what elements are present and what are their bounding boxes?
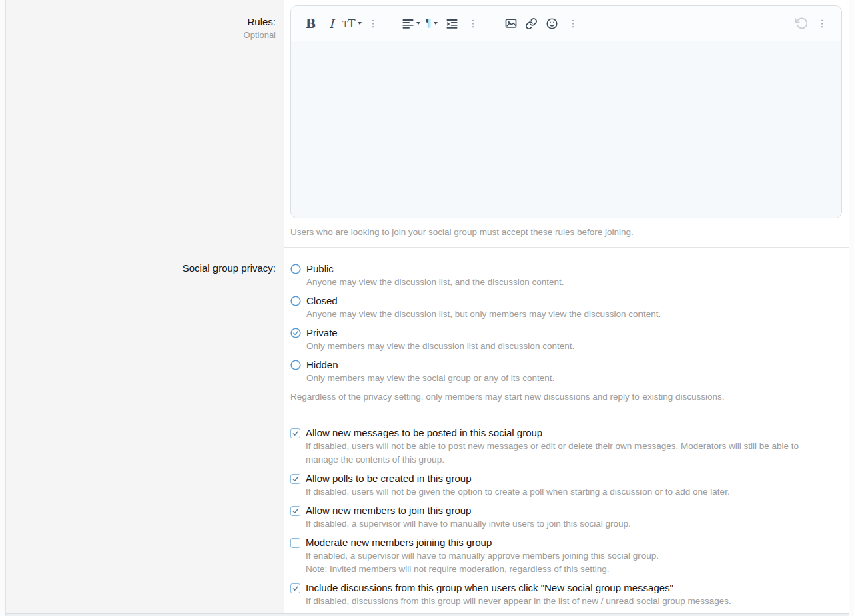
link-icon (525, 17, 538, 30)
checkbox-label: Moderate new members joining this group (306, 536, 659, 549)
checkbox-description: If disabled, users will not be given the… (306, 485, 730, 499)
choice-text: Allow new members to join this group If … (306, 504, 631, 531)
privacy-option-hidden[interactable]: Hidden Only members may view the social … (290, 358, 835, 385)
checkbox-label: Allow new messages to be posted in this … (306, 426, 829, 440)
checkbox-moderate-new-members[interactable]: Moderate new members joining this group … (290, 536, 835, 576)
choice-text: Private Only members may view the discus… (306, 326, 574, 353)
italic-button[interactable]: I (321, 11, 342, 35)
rules-input-cell: B I TT (284, 0, 849, 248)
privacy-input-cell: Public Anyone may view the discussion li… (284, 248, 849, 613)
checkbox-checked-icon (290, 428, 300, 438)
indent-button[interactable] (442, 11, 462, 35)
indent-icon (446, 17, 458, 30)
checkbox-allow-new-members[interactable]: Allow new members to join this group If … (290, 504, 835, 531)
font-size-button[interactable]: TT (342, 11, 362, 35)
privacy-note: Regardless of the privacy setting, only … (290, 390, 835, 404)
choice-text: Moderate new members joining this group … (306, 536, 659, 576)
option-description: Only members may view the discussion lis… (306, 340, 574, 353)
more-options-icon (368, 17, 378, 30)
choice-text: Closed Anyone may view the discussion li… (306, 294, 661, 321)
radio-unchecked-icon (290, 264, 301, 274)
option-label: Public (306, 262, 564, 276)
rules-helper-text: Users who are looking to join your socia… (290, 227, 842, 247)
align-button[interactable] (400, 11, 421, 35)
paragraph-format-button[interactable]: ¶ (421, 11, 442, 35)
rules-label-cell: Rules: Optional (6, 0, 284, 248)
paragraph-icon: ¶ (425, 17, 431, 30)
chevron-down-icon (434, 22, 438, 25)
checkbox-label: Include discussions from this group when… (306, 581, 731, 595)
align-left-icon (402, 17, 414, 30)
font-size-icon: TT (342, 17, 355, 30)
insert-link-button[interactable] (521, 11, 542, 35)
group-options-checkbox-list: Allow new messages to be posted in this … (290, 426, 835, 608)
option-description: Anyone may view the discussion list, and… (306, 276, 564, 289)
radio-unchecked-icon (290, 296, 301, 306)
checkbox-description: If disabled, a supervisor will have to m… (306, 517, 631, 531)
rules-form-row: Rules: Optional B I TT (6, 0, 849, 248)
toolbar-group-paragraph: ¶ (400, 11, 483, 35)
image-icon (504, 17, 518, 30)
social-group-settings-page: Rules: Optional B I TT (0, 0, 854, 616)
more-text-options-button[interactable] (362, 11, 383, 35)
more-insert-options-button[interactable] (562, 11, 583, 35)
option-description: Anyone may view the discussion list, but… (306, 308, 661, 321)
choice-text: Hidden Only members may view the social … (306, 358, 554, 385)
undo-icon (795, 17, 808, 30)
rules-label: Rules: (6, 16, 276, 27)
option-label: Closed (306, 294, 661, 308)
option-label: Hidden (306, 358, 554, 372)
choice-text: Include discussions from this group when… (306, 581, 731, 608)
checkbox-note: Note: Invited members will not require m… (306, 563, 659, 576)
rules-editor-textarea[interactable] (291, 41, 841, 218)
toolbar-group-insert (500, 11, 583, 35)
radio-checked-icon (290, 328, 301, 338)
italic-icon: I (329, 17, 334, 31)
privacy-label: Social group privacy: (6, 262, 276, 274)
checkbox-checked-icon (290, 474, 300, 484)
more-paragraph-options-button[interactable] (462, 11, 483, 35)
more-options-icon (468, 17, 478, 30)
checkbox-checked-icon (290, 583, 300, 593)
editor-toolbar: B I TT (291, 6, 841, 41)
toolbar-group-right (791, 11, 832, 35)
rules-rich-text-editor: B I TT (290, 5, 842, 218)
checkbox-unchecked-icon (290, 538, 300, 548)
more-toolbar-options-button[interactable] (811, 11, 832, 35)
chevron-down-icon (416, 22, 420, 25)
checkbox-description: If enabled, a supervisor will have to ma… (306, 549, 659, 563)
more-options-icon (817, 17, 827, 30)
privacy-option-closed[interactable]: Closed Anyone may view the discussion li… (290, 294, 835, 321)
choice-text: Allow new messages to be posted in this … (306, 426, 829, 467)
settings-form-panel: Rules: Optional B I TT (5, 0, 849, 616)
smiley-icon (546, 17, 558, 30)
more-options-icon (568, 17, 578, 30)
privacy-option-private[interactable]: Private Only members may view the discus… (290, 326, 835, 353)
checkbox-description: If disabled, discussions from this group… (306, 595, 731, 608)
checkbox-allow-new-messages[interactable]: Allow new messages to be posted in this … (290, 426, 835, 467)
checkbox-allow-polls[interactable]: Allow polls to be created in this group … (290, 472, 835, 499)
checkbox-checked-icon (290, 506, 300, 516)
checkbox-label: Allow new members to join this group (306, 504, 631, 517)
privacy-label-cell: Social group privacy: (6, 248, 284, 613)
form-footer-strip (6, 613, 849, 616)
checkbox-include-discussions[interactable]: Include discussions from this group when… (290, 581, 835, 608)
checkbox-label: Allow polls to be created in this group (306, 472, 730, 485)
choice-text: Public Anyone may view the discussion li… (306, 262, 564, 289)
privacy-form-row: Social group privacy: Public Anyone may … (6, 248, 849, 613)
choice-text: Allow polls to be created in this group … (306, 472, 730, 499)
checkbox-description: If disabled, users will not be able to p… (306, 440, 829, 467)
emoticons-button[interactable] (542, 11, 562, 35)
privacy-option-public[interactable]: Public Anyone may view the discussion li… (290, 262, 835, 289)
bold-button[interactable]: B (300, 11, 321, 35)
radio-unchecked-icon (290, 360, 301, 370)
bold-icon: B (306, 17, 316, 31)
undo-button[interactable] (791, 11, 811, 35)
toolbar-group-text-style: B I TT (300, 11, 383, 35)
option-label: Private (306, 326, 574, 340)
rules-optional-hint: Optional (6, 30, 276, 40)
option-description: Only members may view the social group o… (306, 372, 554, 385)
insert-image-button[interactable] (500, 11, 521, 35)
chevron-down-icon (358, 22, 362, 25)
